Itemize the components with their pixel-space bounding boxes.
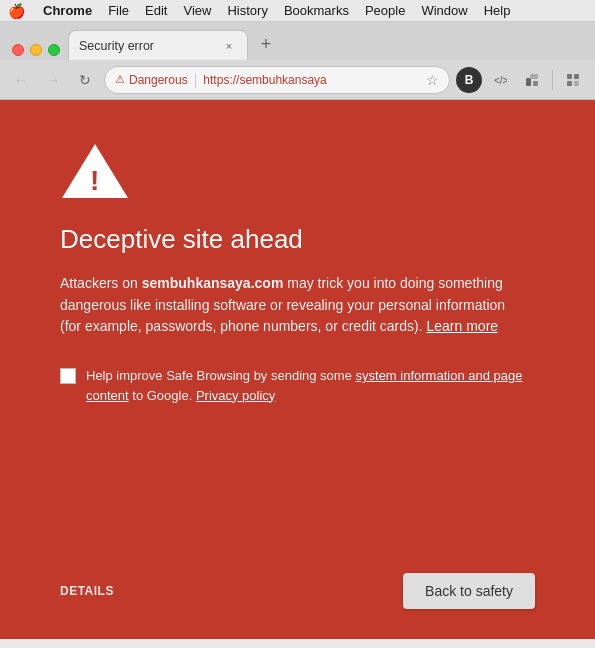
chrome-window: Security error × + ← → ↻ ⚠ Dangerous | h… — [0, 22, 595, 639]
tab-bar: Security error × + — [0, 22, 595, 60]
svg-text:!: ! — [90, 165, 99, 196]
menu-bar: 🍎 Chrome File Edit View History Bookmark… — [0, 0, 595, 22]
menu-edit[interactable]: Edit — [145, 3, 167, 18]
maximize-window-button[interactable] — [48, 44, 60, 56]
error-body: Attackers on sembuhkansaya.com may trick… — [60, 273, 530, 338]
menu-help[interactable]: Help — [484, 3, 511, 18]
apple-menu[interactable]: 🍎 — [8, 3, 25, 19]
toolbar: ← → ↻ ⚠ Dangerous | https://sembuhkansay… — [0, 60, 595, 100]
site-name: sembuhkansaya.com — [142, 275, 284, 291]
traffic-lights — [12, 44, 60, 56]
safe-browsing-checkbox[interactable] — [60, 368, 76, 384]
checkbox-suffix: to Google. — [129, 388, 193, 403]
svg-rect-1 — [526, 78, 531, 86]
safe-browsing-checkbox-row: Help improve Safe Browsing by sending so… — [60, 366, 530, 405]
menu-view[interactable]: View — [183, 3, 211, 18]
svg-rect-3 — [533, 81, 538, 86]
menu-window[interactable]: Window — [421, 3, 467, 18]
learn-more-link[interactable]: Learn more — [427, 318, 499, 334]
svg-rect-7 — [574, 81, 579, 86]
tab-title: Security error — [79, 39, 213, 53]
settings-icon[interactable] — [559, 66, 587, 94]
svg-rect-5 — [574, 74, 579, 79]
extension-icon[interactable] — [518, 66, 546, 94]
warning-icon-container: ! — [60, 140, 535, 204]
active-tab[interactable]: Security error × — [68, 30, 248, 60]
error-page: ! Deceptive site ahead Attackers on semb… — [0, 100, 595, 639]
menu-bookmarks[interactable]: Bookmarks — [284, 3, 349, 18]
safe-browsing-label: Help improve Safe Browsing by sending so… — [86, 366, 530, 405]
svg-text:</>: </> — [494, 75, 507, 86]
devtools-icon[interactable]: </> — [486, 66, 514, 94]
close-window-button[interactable] — [12, 44, 24, 56]
svg-rect-2 — [530, 74, 538, 79]
tab-bar-left: Security error × + — [8, 22, 280, 60]
toolbar-icons: B </> — [456, 66, 587, 94]
url-display: https://sembuhkansaya — [203, 73, 420, 87]
svg-rect-6 — [567, 81, 572, 86]
menu-file[interactable]: File — [108, 3, 129, 18]
app-name[interactable]: Chrome — [43, 3, 92, 18]
dangerous-label: Dangerous — [129, 73, 188, 87]
bookmark-star-icon[interactable]: ☆ — [426, 72, 439, 88]
details-button[interactable]: DETAILS — [60, 584, 114, 598]
svg-rect-4 — [567, 74, 572, 79]
security-badge: ⚠ Dangerous — [115, 73, 188, 87]
reload-button[interactable]: ↻ — [72, 67, 98, 93]
checkbox-prefix: Help improve Safe Browsing by sending so… — [86, 368, 356, 383]
forward-button[interactable]: → — [40, 67, 66, 93]
toolbar-divider — [552, 70, 553, 90]
error-heading: Deceptive site ahead — [60, 224, 535, 255]
menu-history[interactable]: History — [227, 3, 267, 18]
menu-people[interactable]: People — [365, 3, 405, 18]
warning-triangle-icon: ! — [60, 140, 130, 200]
back-to-safety-button[interactable]: Back to safety — [403, 573, 535, 609]
back-button[interactable]: ← — [8, 67, 34, 93]
minimize-window-button[interactable] — [30, 44, 42, 56]
new-tab-button[interactable]: + — [252, 30, 280, 58]
privacy-policy-link[interactable]: Privacy policy — [196, 388, 275, 403]
address-bar[interactable]: ⚠ Dangerous | https://sembuhkansaya ☆ — [104, 66, 450, 94]
tab-close-button[interactable]: × — [221, 38, 237, 54]
address-separator: | — [194, 72, 198, 88]
bottom-row: DETAILS Back to safety — [60, 563, 535, 609]
profile-avatar[interactable]: B — [456, 67, 482, 93]
warning-icon: ⚠ — [115, 73, 125, 86]
body-prefix: Attackers on — [60, 275, 142, 291]
